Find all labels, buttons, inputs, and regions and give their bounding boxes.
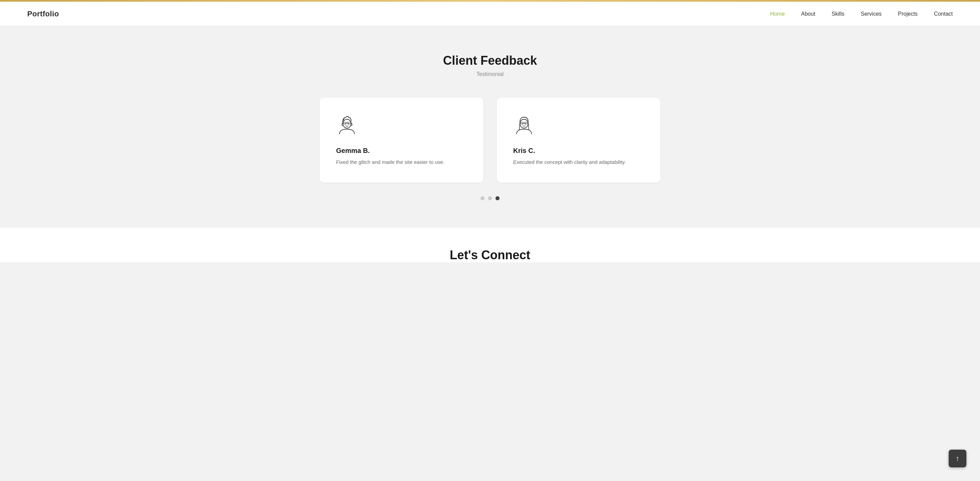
dot-2[interactable] — [488, 196, 492, 200]
client-feedback-2: Executed the concept with clarity and ad… — [513, 158, 644, 166]
main-nav: Home About Skills Services Projects Cont… — [770, 11, 953, 17]
nav-item-about[interactable]: About — [801, 11, 816, 17]
avatar-gemma — [336, 114, 358, 136]
client-feedback-1: Fixed the glitch and made the site easie… — [336, 158, 467, 166]
nav-item-projects[interactable]: Projects — [898, 11, 918, 17]
nav-item-services[interactable]: Services — [861, 11, 881, 17]
testimonials-container: Gemma B. Fixed the glitch and made the s… — [303, 98, 677, 183]
svg-point-1 — [345, 123, 346, 124]
avatar-wrapper-2 — [513, 114, 644, 137]
svg-point-6 — [520, 119, 528, 128]
connect-section: Let's Connect — [0, 228, 980, 262]
scroll-top-icon: ↑ — [956, 455, 959, 462]
dot-3[interactable] — [495, 196, 500, 200]
client-name-1: Gemma B. — [336, 147, 467, 154]
section-subtitle: Testimonial — [0, 71, 980, 77]
svg-point-7 — [522, 123, 523, 124]
svg-point-0 — [343, 119, 351, 128]
site-logo[interactable]: Portfolio — [27, 10, 59, 18]
nav-item-home[interactable]: Home — [770, 11, 785, 17]
testimonial-card-2: Kris C. Executed the concept with clarit… — [497, 98, 660, 183]
section-heading: Client Feedback Testimonial — [0, 54, 980, 77]
avatar-wrapper-1 — [336, 114, 467, 137]
nav-item-contact[interactable]: Contact — [934, 11, 953, 17]
section-title: Client Feedback — [0, 54, 980, 68]
connect-title: Let's Connect — [0, 248, 980, 262]
nav-item-skills[interactable]: Skills — [832, 11, 844, 17]
avatar-kris — [513, 114, 535, 136]
testimonial-card-1: Gemma B. Fixed the glitch and made the s… — [320, 98, 483, 183]
scroll-top-button[interactable]: ↑ — [949, 450, 966, 467]
dots-container — [0, 196, 980, 200]
site-header: Portfolio Home About Skills Services Pro… — [0, 2, 980, 26]
svg-point-8 — [525, 123, 527, 124]
client-name-2: Kris C. — [513, 147, 644, 154]
main-content: Client Feedback Testimonial — [0, 26, 980, 481]
svg-point-2 — [348, 123, 349, 124]
dot-1[interactable] — [480, 196, 485, 200]
